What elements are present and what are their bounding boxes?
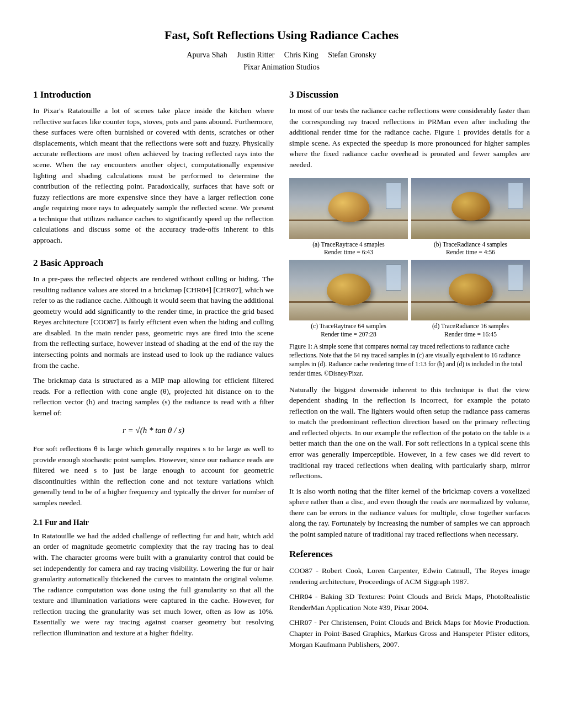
figure-a: (a) TraceRaytrace 4 smaples Render time … (289, 178, 408, 257)
intro-heading: 1 Introduction (33, 88, 274, 102)
figure-caption-c: (c) TraceRaytrace 64 samples Render time… (289, 322, 408, 339)
discussion-heading: 3 Discussion (289, 88, 530, 102)
ref-3: CHR07 - Per Christensen, Point Clouds an… (289, 617, 530, 650)
discussion-text-2: Naturally the biggest downside inherent … (289, 384, 530, 481)
figure-b: (b) TraceRadiance 4 samples Render time … (411, 178, 530, 257)
figure-grid: (a) TraceRaytrace 4 smaples Render time … (289, 178, 530, 339)
fur-heading: 2.1 Fur and Hair (33, 517, 274, 528)
fur-text: In Ratatouille we had the added challeng… (33, 531, 274, 639)
affiliation: Pixar Animation Studios (33, 62, 530, 73)
left-column: 1 Introduction In Pixar's Ratatouille a … (33, 88, 274, 654)
figure-c: (c) TraceRaytrace 64 samples Render time… (289, 260, 408, 339)
figure-d: (d) TraceRadiance 16 samples Render time… (411, 260, 530, 339)
authors: Apurva Shah Justin Ritter Chris King Ste… (33, 50, 530, 61)
figure-main-caption: Figure 1: A simple scene that compares n… (289, 342, 530, 377)
ref-1: COO87 - Robert Cook, Loren Carpenter, Ed… (289, 565, 530, 587)
figure-img-a (289, 178, 408, 239)
figure-img-c (289, 260, 408, 320)
figure-img-b (411, 178, 530, 239)
formula: r = √(h * tan θ / s) (33, 425, 274, 437)
paper-title: Fast, Soft Reflections Using Radiance Ca… (33, 26, 530, 44)
ref-2: CHR04 - Baking 3D Textures: Point Clouds… (289, 591, 530, 613)
basic-text-2: The brickmap data is structured as a MIP… (33, 375, 274, 418)
references-section: References COO87 - Robert Cook, Loren Ca… (289, 548, 530, 650)
discussion-text-1: In most of our tests the radiance cache … (289, 105, 530, 170)
basic-text-3: For soft reflections θ is large which ge… (33, 443, 274, 508)
figure-img-d (411, 260, 530, 320)
intro-text: In Pixar's Ratatouille a lot of scenes t… (33, 105, 274, 245)
references-heading: References (289, 548, 530, 561)
basic-approach-heading: 2 Basic Approach (33, 256, 274, 270)
right-column: 3 Discussion In most of our tests the ra… (289, 88, 530, 654)
figure-caption-d: (d) TraceRadiance 16 samples Render time… (411, 322, 530, 339)
figure-caption-a: (a) TraceRaytrace 4 smaples Render time … (289, 240, 408, 257)
figure-caption-b: (b) TraceRadiance 4 samples Render time … (411, 240, 530, 257)
basic-text-1: In a pre-pass the reflected objects are … (33, 274, 274, 371)
discussion-text-3: It is also worth noting that the filter … (289, 486, 530, 540)
